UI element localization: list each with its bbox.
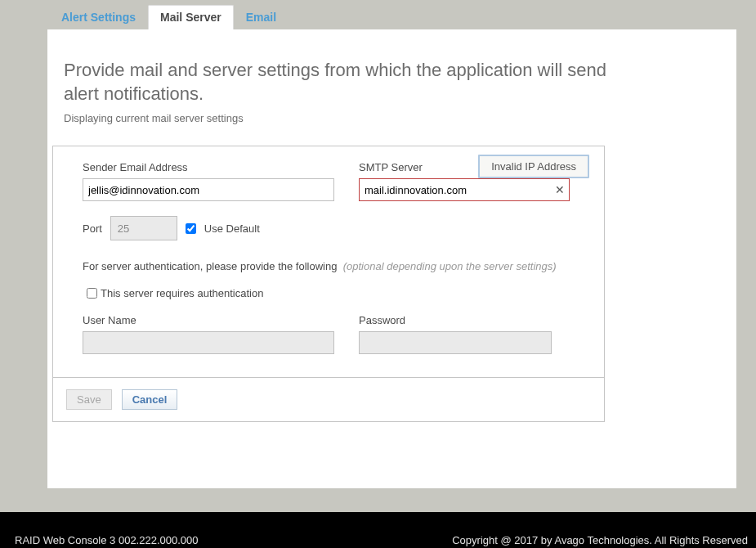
- content-panel: Provide mail and server settings from wh…: [47, 29, 736, 492]
- save-button[interactable]: Save: [66, 389, 112, 410]
- footer-version: RAID Web Console 3 002.222.000.000: [15, 534, 199, 546]
- use-default-label: Use Default: [204, 222, 260, 235]
- use-default-checkbox[interactable]: [186, 223, 196, 234]
- sender-email-input[interactable]: [83, 178, 334, 201]
- tab-alert-settings[interactable]: Alert Settings: [49, 5, 148, 29]
- password-input[interactable]: [359, 331, 552, 354]
- cancel-button[interactable]: Cancel: [122, 389, 178, 410]
- tab-mail-server[interactable]: Mail Server: [148, 5, 234, 29]
- requires-auth-checkbox[interactable]: [87, 288, 97, 299]
- password-label: Password: [359, 314, 552, 326]
- background-gap: [0, 488, 756, 512]
- page-title: Provide mail and server settings from wh…: [64, 59, 620, 106]
- page-subtitle: Displaying current mail server settings: [64, 112, 720, 124]
- port-input: [110, 216, 177, 240]
- mail-server-form: Invalid IP Address Sender Email Address …: [52, 146, 605, 422]
- tab-email[interactable]: Email: [234, 5, 289, 29]
- username-input[interactable]: [83, 331, 334, 354]
- validation-tooltip: Invalid IP Address: [478, 155, 589, 178]
- footer-copyright: Copyright @ 2017 by Avago Technologies. …: [452, 534, 748, 546]
- tab-bar: Alert Settings Mail Server Email: [0, 0, 756, 29]
- smtp-server-input[interactable]: [359, 178, 570, 201]
- auth-instruction: For server authentication, please provid…: [83, 260, 583, 272]
- username-label: User Name: [83, 314, 334, 326]
- sender-email-label: Sender Email Address: [83, 161, 334, 173]
- requires-auth-label: This server requires authentication: [101, 287, 263, 299]
- clear-input-icon[interactable]: ✕: [555, 183, 565, 196]
- port-label: Port: [83, 222, 102, 235]
- footer-bar: RAID Web Console 3 002.222.000.000 Copyr…: [0, 512, 756, 548]
